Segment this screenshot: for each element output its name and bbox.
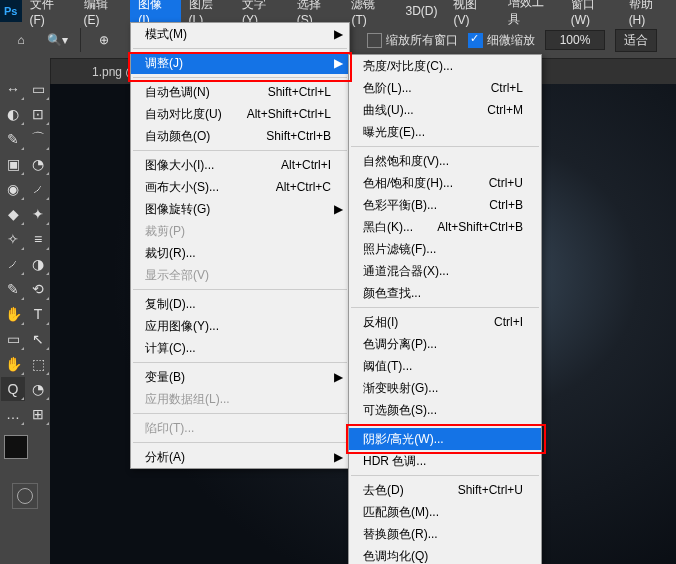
menu-item-自然饱和度(V)...[interactable]: 自然饱和度(V)... — [349, 150, 541, 172]
menu-3D(D)[interactable]: 3D(D) — [397, 0, 445, 22]
tool-2[interactable]: ◐ — [1, 102, 25, 126]
menu-item-阈值(T)...[interactable]: 阈值(T)... — [349, 355, 541, 377]
menu-item-匹配颜色(M)...[interactable]: 匹配颜色(M)... — [349, 501, 541, 523]
menu-item-图像大小(I)...[interactable]: 图像大小(I)...Alt+Ctrl+I — [131, 154, 349, 176]
tool-14[interactable]: ⟋ — [1, 252, 25, 276]
tool-27[interactable]: ⊞ — [26, 402, 50, 426]
menu-item-应用数据组(L)...: 应用数据组(L)... — [131, 388, 349, 410]
menu-item-曲线(U)...[interactable]: 曲线(U)...Ctrl+M — [349, 99, 541, 121]
menu-图像(I)[interactable]: 图像(I) — [130, 0, 180, 22]
quick-mask-button[interactable] — [12, 483, 38, 509]
menu-item-模式(M)[interactable]: 模式(M)▶ — [131, 23, 349, 45]
menu-编辑(E)[interactable]: 编辑(E) — [76, 0, 131, 22]
menu-item-自动对比度(U)[interactable]: 自动对比度(U)Alt+Shift+Ctrl+L — [131, 103, 349, 125]
zoom-in-icon[interactable]: ⊕ — [91, 27, 117, 53]
tool-17[interactable]: ⟲ — [26, 277, 50, 301]
tool-21[interactable]: ↖ — [26, 327, 50, 351]
menu-item-画布大小(S)...[interactable]: 画布大小(S)...Alt+Ctrl+C — [131, 176, 349, 198]
menu-item-裁切(R)...[interactable]: 裁切(R)... — [131, 242, 349, 264]
menu-增效工具[interactable]: 增效工具 — [500, 0, 562, 22]
zoom-all-windows-checkbox[interactable]: 缩放所有窗口 — [367, 32, 458, 49]
menu-item-反相(I)[interactable]: 反相(I)Ctrl+I — [349, 311, 541, 333]
menu-item-去色(D)[interactable]: 去色(D)Shift+Ctrl+U — [349, 479, 541, 501]
menu-item-自动色调(N)[interactable]: 自动色调(N)Shift+Ctrl+L — [131, 81, 349, 103]
menu-帮助(H)[interactable]: 帮助(H) — [621, 0, 676, 22]
menu-item-图像旋转(G)[interactable]: 图像旋转(G)▶ — [131, 198, 349, 220]
tool-22[interactable]: ✋ — [1, 352, 25, 376]
zoom-level-field[interactable]: 100% — [545, 30, 605, 50]
submenu-arrow-icon: ▶ — [334, 370, 343, 384]
menu-item-色调均化(Q)[interactable]: 色调均化(Q) — [349, 545, 541, 564]
menu-item-变量(B)[interactable]: 变量(B)▶ — [131, 366, 349, 388]
tool-13[interactable]: ≡ — [26, 227, 50, 251]
menu-item-曝光度(E)...[interactable]: 曝光度(E)... — [349, 121, 541, 143]
tool-8[interactable]: ◉ — [1, 177, 25, 201]
menu-item-调整(J)[interactable]: 调整(J)▶ — [131, 52, 349, 74]
tool-15[interactable]: ◑ — [26, 252, 50, 276]
tool-9[interactable]: ⟋ — [26, 177, 50, 201]
zoom-tool-icon[interactable]: 🔍▾ — [44, 27, 70, 53]
tool-4[interactable]: ✎ — [1, 127, 25, 151]
menu-窗口(W)[interactable]: 窗口(W) — [563, 0, 621, 22]
menu-item-颜色查找...[interactable]: 颜色查找... — [349, 282, 541, 304]
scrubby-zoom-checkbox[interactable]: 细微缩放 — [468, 32, 535, 49]
tool-3[interactable]: ⊡ — [26, 102, 50, 126]
menu-item-渐变映射(G)...[interactable]: 渐变映射(G)... — [349, 377, 541, 399]
menu-item-色调分离(P)...[interactable]: 色调分离(P)... — [349, 333, 541, 355]
color-swatches[interactable] — [4, 435, 44, 475]
submenu-arrow-icon: ▶ — [334, 202, 343, 216]
tool-0[interactable]: ↔ — [1, 77, 25, 101]
menu-item-通道混合器(X)...[interactable]: 通道混合器(X)... — [349, 260, 541, 282]
tool-20[interactable]: ▭ — [1, 327, 25, 351]
menu-文字(Y)[interactable]: 文字(Y) — [234, 0, 289, 22]
tool-7[interactable]: ◔ — [26, 152, 50, 176]
menu-item-陷印(T)...: 陷印(T)... — [131, 417, 349, 439]
adjustments-submenu: 亮度/对比度(C)...色阶(L)...Ctrl+L曲线(U)...Ctrl+M… — [348, 54, 542, 564]
tool-23[interactable]: ⬚ — [26, 352, 50, 376]
menu-item-自动颜色(O)[interactable]: 自动颜色(O)Shift+Ctrl+B — [131, 125, 349, 147]
menu-item-裁剪(P): 裁剪(P) — [131, 220, 349, 242]
menu-item-黑白(K)...[interactable]: 黑白(K)...Alt+Shift+Ctrl+B — [349, 216, 541, 238]
menu-item-照片滤镜(F)...[interactable]: 照片滤镜(F)... — [349, 238, 541, 260]
menu-item-应用图像(Y)...[interactable]: 应用图像(Y)... — [131, 315, 349, 337]
menu-item-计算(C)...[interactable]: 计算(C)... — [131, 337, 349, 359]
tool-25[interactable]: ◔ — [26, 377, 50, 401]
menu-item-HDR 色调...[interactable]: HDR 色调... — [349, 450, 541, 472]
tool-6[interactable]: ▣ — [1, 152, 25, 176]
tool-1[interactable]: ▭ — [26, 77, 50, 101]
menu-滤镜(T)[interactable]: 滤镜(T) — [343, 0, 397, 22]
menu-item-替换颜色(R)...[interactable]: 替换颜色(R)... — [349, 523, 541, 545]
fit-screen-button[interactable]: 适合 — [615, 29, 657, 52]
menu-item-显示全部(V): 显示全部(V) — [131, 264, 349, 286]
app-logo: Ps — [0, 0, 22, 22]
menu-item-亮度/对比度(C)...[interactable]: 亮度/对比度(C)... — [349, 55, 541, 77]
menu-item-色彩平衡(B)...[interactable]: 色彩平衡(B)...Ctrl+B — [349, 194, 541, 216]
menu-图层(L)[interactable]: 图层(L) — [181, 0, 234, 22]
submenu-arrow-icon: ▶ — [334, 450, 343, 464]
menu-item-分析(A)[interactable]: 分析(A)▶ — [131, 446, 349, 468]
tool-26[interactable]: … — [1, 402, 25, 426]
submenu-arrow-icon: ▶ — [334, 56, 343, 70]
menu-item-色阶(L)...[interactable]: 色阶(L)...Ctrl+L — [349, 77, 541, 99]
tool-19[interactable]: T — [26, 302, 50, 326]
tool-18[interactable]: ✋ — [1, 302, 25, 326]
image-menu-dropdown: 模式(M)▶调整(J)▶自动色调(N)Shift+Ctrl+L自动对比度(U)A… — [130, 22, 350, 469]
tool-16[interactable]: ✎ — [1, 277, 25, 301]
tool-11[interactable]: ✦ — [26, 202, 50, 226]
menubar: Ps 文件(F)编辑(E)图像(I)图层(L)文字(Y)选择(S)滤镜(T)3D… — [0, 0, 676, 22]
menu-item-色相/饱和度(H)...[interactable]: 色相/饱和度(H)...Ctrl+U — [349, 172, 541, 194]
menu-item-可选颜色(S)...[interactable]: 可选颜色(S)... — [349, 399, 541, 421]
menu-item-复制(D)...[interactable]: 复制(D)... — [131, 293, 349, 315]
menu-视图(V)[interactable]: 视图(V) — [445, 0, 500, 22]
menu-文件(F)[interactable]: 文件(F) — [22, 0, 76, 22]
tool-12[interactable]: ✧ — [1, 227, 25, 251]
home-icon[interactable]: ⌂ — [8, 27, 34, 53]
tool-panel: » ↔▭◐⊡✎⌒▣◔◉⟋◆✦✧≡⟋◑✎⟲✋T▭↖✋⬚Q◔…⊞ — [0, 58, 51, 564]
menu-item-阴影/高光(W)...[interactable]: 阴影/高光(W)... — [349, 428, 541, 450]
tool-10[interactable]: ◆ — [1, 202, 25, 226]
submenu-arrow-icon: ▶ — [334, 27, 343, 41]
menu-选择(S)[interactable]: 选择(S) — [289, 0, 344, 22]
tool-5[interactable]: ⌒ — [26, 127, 50, 151]
foreground-swatch[interactable] — [4, 435, 28, 459]
tool-24[interactable]: Q — [1, 377, 25, 401]
